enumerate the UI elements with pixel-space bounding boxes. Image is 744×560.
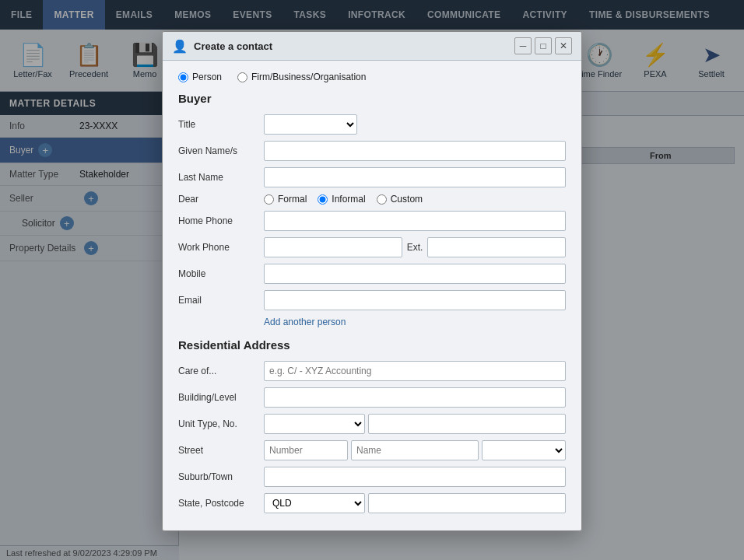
unit-no-input[interactable] <box>368 414 566 434</box>
home-phone-label: Home Phone <box>178 215 264 226</box>
postcode-input[interactable] <box>368 493 566 513</box>
dear-custom-radio[interactable] <box>377 194 387 205</box>
care-of-input[interactable] <box>264 361 566 381</box>
close-button[interactable]: ✕ <box>555 37 572 54</box>
care-of-label: Care of... <box>178 366 264 376</box>
mobile-row: Mobile <box>178 264 566 284</box>
firm-radio[interactable] <box>237 72 247 82</box>
mobile-input[interactable] <box>264 264 566 284</box>
care-of-row: Care of... <box>178 361 566 381</box>
minimize-button[interactable]: ─ <box>514 37 532 54</box>
dear-formal-label[interactable]: Formal <box>264 194 307 205</box>
title-row: Title Mr Mrs Ms Miss Dr <box>178 114 566 135</box>
modal-body: Person Firm/Business/Organisation Buyer … <box>163 61 581 530</box>
given-name-label: Given Name/s <box>178 145 264 156</box>
given-name-input[interactable] <box>264 141 566 161</box>
email-row: Email <box>178 290 566 310</box>
state-select[interactable]: QLD NSW VIC SA WA TAS NT ACT <box>264 493 365 513</box>
firm-label: Firm/Business/Organisation <box>251 72 366 82</box>
state-postcode-row: State, Postcode QLD NSW VIC SA WA TAS NT… <box>178 493 566 513</box>
building-level-row: Building/Level <box>178 387 566 408</box>
building-level-input[interactable] <box>264 387 566 408</box>
building-level-label: Building/Level <box>178 392 264 403</box>
street-label: Street <box>178 445 264 456</box>
title-select[interactable]: Mr Mrs Ms Miss Dr <box>264 114 357 135</box>
email-input[interactable] <box>264 290 566 310</box>
work-phone-inputs: Ext. <box>264 237 566 257</box>
dear-options: Formal Informal Custom <box>264 194 423 205</box>
suburb-town-input[interactable] <box>264 467 566 487</box>
person-radio-label[interactable]: Person <box>178 72 222 82</box>
state-postcode-label: State, Postcode <box>178 498 264 509</box>
maximize-button[interactable]: □ <box>535 37 552 54</box>
modal-controls: ─ □ ✕ <box>514 37 572 54</box>
modal-title: Create a contact <box>194 40 514 52</box>
last-name-label: Last Name <box>178 172 264 183</box>
buyer-section-header: Buyer <box>178 92 566 105</box>
work-phone-label: Work Phone <box>178 242 264 253</box>
firm-radio-label[interactable]: Firm/Business/Organisation <box>237 72 366 82</box>
dear-custom-text: Custom <box>391 194 423 205</box>
work-phone-row: Work Phone Ext. <box>178 237 566 257</box>
street-number-input[interactable] <box>264 440 348 460</box>
ext-label: Ext. <box>407 242 423 253</box>
dear-formal-text: Formal <box>278 194 307 205</box>
street-inputs: St Ave Rd Blvd Dr <box>264 440 566 460</box>
unit-type-select[interactable]: Unit Apartment Suite <box>264 414 365 434</box>
person-label: Person <box>192 72 222 82</box>
dear-custom-label[interactable]: Custom <box>377 194 423 205</box>
dear-row: Dear Formal Informal Custom <box>178 194 566 205</box>
mobile-label: Mobile <box>178 268 264 279</box>
dear-informal-radio[interactable] <box>318 194 328 205</box>
dear-label: Dear <box>178 194 264 205</box>
dear-informal-text: Informal <box>332 194 365 205</box>
modal-overlay: 👤 Create a contact ─ □ ✕ Person Firm/Bus… <box>0 0 744 560</box>
street-name-input[interactable] <box>351 440 479 460</box>
suburb-town-row: Suburb/Town <box>178 467 566 487</box>
contact-icon: 👤 <box>172 39 188 54</box>
dear-formal-radio[interactable] <box>264 194 274 205</box>
dear-informal-label[interactable]: Informal <box>318 194 365 205</box>
create-contact-modal: 👤 Create a contact ─ □ ✕ Person Firm/Bus… <box>162 31 582 531</box>
unit-type-label: Unit Type, No. <box>178 418 264 429</box>
last-name-row: Last Name <box>178 167 566 187</box>
suburb-town-label: Suburb/Town <box>178 471 264 482</box>
residential-section-header: Residential Address <box>178 338 566 352</box>
add-another-person-link[interactable]: Add another person <box>264 317 566 327</box>
unit-type-row: Unit Type, No. Unit Apartment Suite <box>178 414 566 434</box>
given-name-row: Given Name/s <box>178 141 566 161</box>
last-name-input[interactable] <box>264 167 566 187</box>
work-phone-input[interactable] <box>264 237 402 257</box>
street-row: Street St Ave Rd Blvd Dr <box>178 440 566 460</box>
modal-titlebar: 👤 Create a contact ─ □ ✕ <box>163 32 581 61</box>
home-phone-row: Home Phone <box>178 211 566 231</box>
person-radio[interactable] <box>178 72 188 82</box>
email-label: Email <box>178 295 264 306</box>
street-type-select[interactable]: St Ave Rd Blvd Dr <box>482 440 566 460</box>
home-phone-input[interactable] <box>264 211 566 231</box>
contact-type-group: Person Firm/Business/Organisation <box>178 72 566 82</box>
title-label: Title <box>178 119 264 130</box>
work-ext-input[interactable] <box>427 237 566 257</box>
